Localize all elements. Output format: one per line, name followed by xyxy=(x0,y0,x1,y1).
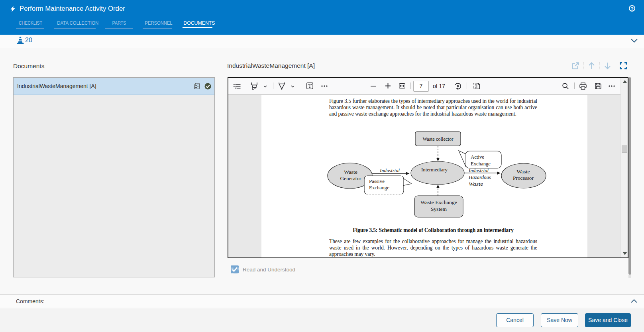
svg-text:Hazardous: Hazardous xyxy=(468,174,491,180)
svg-text:Industrial: Industrial xyxy=(468,167,489,173)
svg-text:Waste Exchange: Waste Exchange xyxy=(420,199,457,205)
svg-text:Waste: Waste xyxy=(517,169,530,175)
svg-text:Waste: Waste xyxy=(469,181,483,187)
svg-text:Active: Active xyxy=(471,154,484,160)
svg-text:Exchange: Exchange xyxy=(369,185,389,191)
svg-text:Passive: Passive xyxy=(369,178,385,184)
svg-text:Intermediary: Intermediary xyxy=(421,167,448,173)
svg-text:Waste: Waste xyxy=(344,169,357,175)
svg-text:System: System xyxy=(431,206,447,212)
svg-text:Generator: Generator xyxy=(340,175,362,181)
svg-text:Processor: Processor xyxy=(513,175,534,181)
svg-text:Waste collector: Waste collector xyxy=(423,136,454,142)
svg-text:Exchange: Exchange xyxy=(471,161,491,167)
svg-text:Industrial: Industrial xyxy=(379,167,400,173)
